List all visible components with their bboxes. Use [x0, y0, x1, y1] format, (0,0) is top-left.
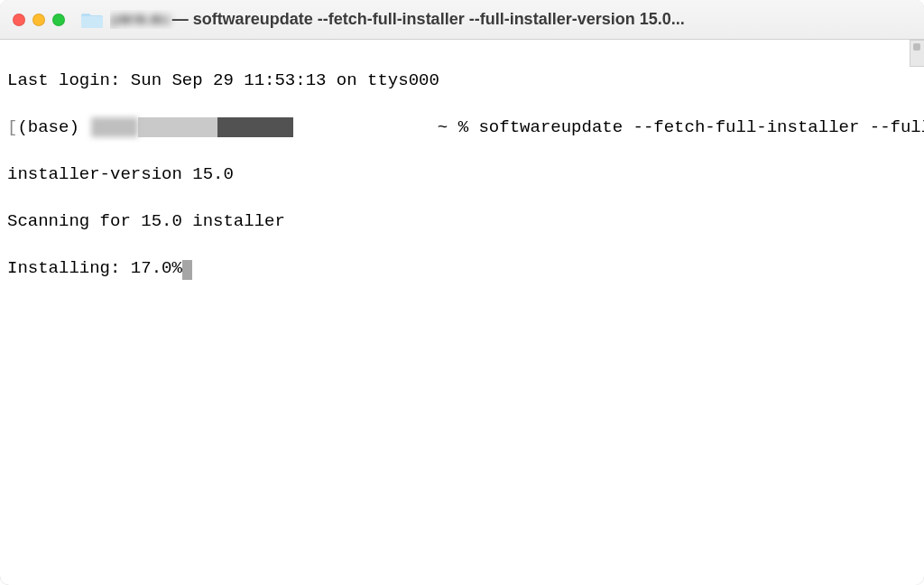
last-login-line: Last login: Sun Sep 29 11:53:13 on ttys0… [7, 69, 919, 92]
command-wrap-line: installer-version 15.0 [7, 162, 919, 186]
redacted-host-b [217, 117, 293, 137]
window-title: p■r■.■u — softwareupdate --fetch-full-in… [110, 10, 911, 29]
command-text-part1: softwareupdate --fetch-full-installer --… [478, 117, 924, 137]
prompt-env: (base) [17, 117, 89, 137]
scanning-line: Scanning for 15.0 installer [7, 209, 919, 233]
installing-line: Installing: 17.0% [7, 256, 919, 280]
prompt-line: [(base) ~ % softwareupdate --fetch-full-… [7, 116, 919, 139]
zoom-window-button[interactable] [52, 14, 65, 26]
terminal-cursor [182, 260, 192, 280]
title-text: — softwareupdate --fetch-full-installer … [172, 10, 685, 29]
installing-text: Installing: 17.0% [7, 258, 182, 278]
folder-icon [81, 11, 103, 29]
traffic-lights [13, 14, 65, 26]
window-titlebar: p■r■.■u — softwareupdate --fetch-full-in… [0, 0, 924, 40]
prompt-open-bracket: [ [7, 117, 17, 137]
prompt-path: ~ % [293, 117, 478, 137]
redacted-host-a [138, 117, 217, 137]
minimize-window-button[interactable] [32, 14, 45, 26]
close-window-button[interactable] [13, 14, 25, 26]
terminal-output[interactable]: Last login: Sun Sep 29 11:53:13 on ttys0… [0, 40, 924, 309]
title-redacted-username: p■r■.■u [110, 10, 171, 29]
redacted-user [91, 117, 138, 137]
